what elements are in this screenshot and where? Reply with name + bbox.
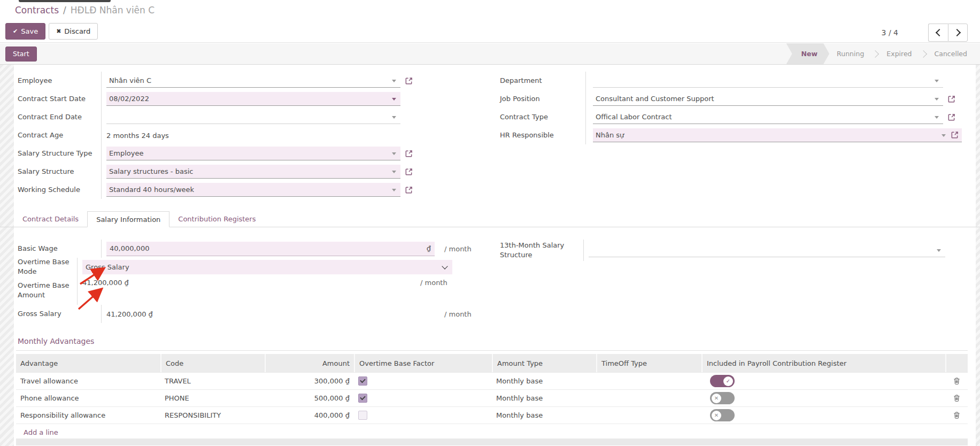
thirteenth-month-row: 13th-Month Salary Structure xyxy=(500,240,969,261)
trash-icon[interactable] xyxy=(953,394,961,402)
contract-end-date-field[interactable] xyxy=(106,110,400,124)
cell-timeoff-type[interactable] xyxy=(596,407,701,424)
record-pager: 3 / 4 xyxy=(882,24,968,42)
department-field[interactable] xyxy=(593,74,943,88)
breadcrumb-contracts-link[interactable]: Contracts xyxy=(15,5,59,16)
employee-field[interactable]: Nhân viên C xyxy=(106,74,400,88)
external-link-icon[interactable] xyxy=(947,95,955,103)
external-link-icon[interactable] xyxy=(405,77,413,85)
external-link-icon[interactable] xyxy=(405,186,413,194)
cell-timeoff-type[interactable] xyxy=(596,373,701,389)
cell-delete xyxy=(945,407,968,424)
trash-icon[interactable] xyxy=(953,411,961,419)
overtime-base-factor-checkbox[interactable] xyxy=(358,376,367,386)
salary-info-right: 13th-Month Salary Structure xyxy=(500,240,969,261)
cell-code[interactable]: PHONE xyxy=(160,390,265,406)
contract-type-row: Contract Type Offical Labor Contract xyxy=(500,108,969,126)
cell-included-in-register xyxy=(701,390,945,406)
tab-salary-information[interactable]: Salary Information xyxy=(87,211,169,227)
contract-start-date-row: Contract Start Date 08/02/2022 xyxy=(18,90,470,108)
cell-code[interactable]: RESPONSIBILITY xyxy=(160,407,265,424)
included-in-register-toggle[interactable] xyxy=(710,409,735,421)
working-schedule-field[interactable]: Standard 40 hours/week xyxy=(106,183,400,197)
start-button[interactable]: Start xyxy=(5,47,37,61)
cell-amount-type[interactable]: Monthly base xyxy=(492,390,596,406)
col-amount: Amount xyxy=(265,354,354,372)
caret-down-icon xyxy=(937,249,941,252)
col-timeoff-type: TimeOff Type xyxy=(596,354,701,372)
tab-contribution-registers[interactable]: Contribution Registers xyxy=(169,211,264,227)
notebook-tabs: Contract Details Salary Information Cont… xyxy=(0,211,980,227)
overtime-base-factor-checkbox[interactable] xyxy=(358,394,367,403)
external-link-icon[interactable] xyxy=(951,131,959,139)
salary-info-left: Basic Wage 40,000,000 ₫ / month Overtime… xyxy=(18,240,501,323)
thirteenth-month-field[interactable] xyxy=(589,243,945,257)
contract-age-value: 2 months 24 days xyxy=(106,132,169,140)
advantage-row: Travel allowance TRAVEL 300,000 ₫ Monthl… xyxy=(16,372,968,389)
status-step-cancelled[interactable]: Cancelled xyxy=(927,43,975,64)
basic-wage-input[interactable]: 40,000,000 ₫ xyxy=(106,242,435,256)
advantages-table-header: Advantage Code Amount Overtime Base Fact… xyxy=(16,354,968,372)
save-button[interactable]: ✔Save xyxy=(5,23,45,40)
cell-amount[interactable]: 500,000 ₫ xyxy=(265,390,354,406)
overtime-base-amount-label: Overtime Base Amount xyxy=(18,276,78,305)
contract-type-field[interactable]: Offical Labor Contract xyxy=(593,110,943,124)
chevron-right-icon xyxy=(953,29,960,36)
advantages-table-body: Travel allowance TRAVEL 300,000 ₫ Monthl… xyxy=(16,372,968,424)
toggle-knob xyxy=(723,376,733,386)
cell-amount[interactable]: 300,000 ₫ xyxy=(265,373,354,389)
working-schedule-row: Working Schedule Standard 40 hours/week xyxy=(18,181,470,199)
per-month-suffix: / month xyxy=(444,310,472,318)
status-step-expired[interactable]: Expired xyxy=(879,43,919,64)
contract-start-date-label: Contract Start Date xyxy=(18,90,102,108)
included-in-register-toggle[interactable] xyxy=(710,392,735,404)
cell-code[interactable]: TRAVEL xyxy=(160,373,265,389)
included-in-register-toggle[interactable] xyxy=(710,375,735,387)
caret-down-icon xyxy=(392,80,396,82)
external-link-icon[interactable] xyxy=(405,168,413,176)
contract-age-row: Contract Age 2 months 24 days xyxy=(18,126,470,144)
contract-type-label: Contract Type xyxy=(500,108,586,126)
add-a-line-link[interactable]: Add a line xyxy=(24,428,58,436)
cell-advantage[interactable]: Responsibility allowance xyxy=(16,407,160,424)
tab-contract-details[interactable]: Contract Details xyxy=(14,211,87,227)
cell-advantage[interactable]: Phone allowance xyxy=(16,390,160,406)
advantage-row: Responsibility allowance RESPONSIBILITY … xyxy=(16,406,968,424)
cell-timeoff-type[interactable] xyxy=(596,390,701,406)
caret-down-icon xyxy=(935,80,939,82)
job-position-label: Job Position xyxy=(500,90,586,108)
cell-included-in-register xyxy=(701,373,945,389)
cell-advantage[interactable]: Travel allowance xyxy=(16,373,160,389)
external-link-icon[interactable] xyxy=(405,150,413,158)
contract-start-date-field[interactable]: 08/02/2022 xyxy=(106,92,400,106)
cell-amount[interactable]: 400,000 ₫ xyxy=(265,407,354,424)
monthly-advantages-title: Monthly Advantages xyxy=(18,337,94,345)
advantage-row: Phone allowance PHONE 500,000 ₫ Monthly … xyxy=(16,389,968,406)
trash-icon[interactable] xyxy=(953,377,961,385)
overtime-base-mode-select[interactable]: Gross Salary xyxy=(82,260,452,274)
close-icon: ✖ xyxy=(56,28,61,35)
page-title: HĐLĐ Nhân viên C xyxy=(71,5,155,16)
action-bar: ✔Save ✖Discard xyxy=(0,20,980,43)
cell-amount-type[interactable]: Monthly base xyxy=(492,407,596,424)
salary-structure-type-label: Salary Structure Type xyxy=(18,144,102,163)
cell-amount-type[interactable]: Monthly base xyxy=(492,373,596,389)
salary-structure-type-field[interactable]: Employee xyxy=(106,147,400,160)
employee-label: Employee xyxy=(18,72,102,90)
per-month-suffix: / month xyxy=(444,245,472,253)
col-overtime-base-factor: Overtime Base Factor xyxy=(354,354,492,372)
overtime-base-factor-checkbox[interactable] xyxy=(358,411,367,420)
salary-structure-field[interactable]: Salary structures - basic xyxy=(106,165,400,179)
caret-down-icon xyxy=(935,116,939,119)
pager-previous-button[interactable] xyxy=(928,24,948,42)
status-step-running[interactable]: Running xyxy=(829,43,871,64)
cell-delete xyxy=(945,390,968,406)
status-step-new[interactable]: New xyxy=(786,43,830,64)
job-position-field[interactable]: Consultant and Customer Support xyxy=(593,92,943,106)
external-link-icon[interactable] xyxy=(947,113,955,121)
discard-button[interactable]: ✖Discard xyxy=(49,23,98,40)
cell-delete xyxy=(945,373,968,389)
overtime-base-mode-label: Overtime Base Mode xyxy=(18,258,78,276)
hr-responsible-field[interactable]: Nhân sự xyxy=(593,128,962,142)
pager-next-button[interactable] xyxy=(948,24,968,42)
